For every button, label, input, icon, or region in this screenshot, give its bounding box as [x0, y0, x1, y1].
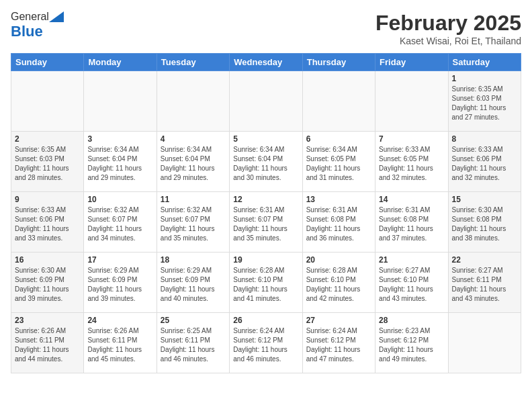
- calendar-week-row: 2Sunrise: 6:35 AM Sunset: 6:03 PM Daylig…: [11, 132, 521, 192]
- day-info: Sunrise: 6:33 AM Sunset: 6:06 PM Dayligh…: [452, 145, 517, 183]
- calendar-table: SundayMondayTuesdayWednesdayThursdayFrid…: [11, 53, 521, 373]
- logo: General Blue: [11, 11, 64, 40]
- calendar-cell: 13Sunrise: 6:31 AM Sunset: 6:08 PM Dayli…: [302, 192, 375, 253]
- calendar-cell: [230, 71, 302, 132]
- day-number: 13: [306, 195, 371, 204]
- calendar-cell: 1Sunrise: 6:35 AM Sunset: 6:03 PM Daylig…: [448, 71, 521, 132]
- day-number: 4: [161, 134, 226, 144]
- weekday-header: Saturday: [448, 54, 521, 71]
- calendar-cell: 14Sunrise: 6:31 AM Sunset: 6:08 PM Dayli…: [375, 192, 448, 253]
- day-info: Sunrise: 6:31 AM Sunset: 6:08 PM Dayligh…: [306, 205, 371, 243]
- day-info: Sunrise: 6:32 AM Sunset: 6:07 PM Dayligh…: [87, 205, 152, 243]
- calendar-cell: 18Sunrise: 6:29 AM Sunset: 6:09 PM Dayli…: [157, 253, 229, 313]
- day-number: 5: [233, 134, 298, 144]
- calendar-cell: 28Sunrise: 6:23 AM Sunset: 6:12 PM Dayli…: [375, 313, 448, 373]
- day-info: Sunrise: 6:34 AM Sunset: 6:05 PM Dayligh…: [306, 145, 371, 183]
- day-number: 25: [161, 316, 226, 325]
- day-info: Sunrise: 6:32 AM Sunset: 6:07 PM Dayligh…: [161, 205, 226, 243]
- day-number: 6: [306, 134, 371, 144]
- day-info: Sunrise: 6:34 AM Sunset: 6:04 PM Dayligh…: [87, 145, 152, 183]
- title-block: February 2025 Kaset Wisai, Roi Et, Thail…: [375, 11, 521, 46]
- day-info: Sunrise: 6:29 AM Sunset: 6:09 PM Dayligh…: [161, 266, 226, 304]
- day-info: Sunrise: 6:26 AM Sunset: 6:11 PM Dayligh…: [15, 326, 80, 364]
- day-number: 8: [452, 134, 517, 144]
- day-info: Sunrise: 6:26 AM Sunset: 6:11 PM Dayligh…: [87, 326, 152, 364]
- calendar-cell: 15Sunrise: 6:30 AM Sunset: 6:08 PM Dayli…: [448, 192, 521, 253]
- day-number: 2: [15, 134, 80, 144]
- day-number: 18: [161, 255, 226, 265]
- day-number: 21: [379, 255, 444, 265]
- calendar-week-row: 9Sunrise: 6:33 AM Sunset: 6:06 PM Daylig…: [11, 192, 521, 253]
- calendar-cell: 5Sunrise: 6:34 AM Sunset: 6:04 PM Daylig…: [230, 132, 302, 192]
- calendar-cell: [157, 71, 229, 132]
- day-number: 17: [87, 255, 152, 265]
- day-info: Sunrise: 6:28 AM Sunset: 6:10 PM Dayligh…: [233, 266, 298, 304]
- day-info: Sunrise: 6:30 AM Sunset: 6:08 PM Dayligh…: [452, 205, 517, 243]
- calendar-cell: 2Sunrise: 6:35 AM Sunset: 6:03 PM Daylig…: [11, 132, 84, 192]
- calendar-week-row: 1Sunrise: 6:35 AM Sunset: 6:03 PM Daylig…: [11, 71, 521, 132]
- day-number: 27: [306, 316, 371, 325]
- logo-blue-text: Blue: [11, 23, 43, 40]
- logo-general-text: General: [11, 11, 49, 23]
- weekday-header: Sunday: [11, 54, 84, 71]
- day-number: 7: [379, 134, 444, 144]
- calendar-cell: 23Sunrise: 6:26 AM Sunset: 6:11 PM Dayli…: [11, 313, 84, 373]
- calendar-cell: 12Sunrise: 6:31 AM Sunset: 6:07 PM Dayli…: [230, 192, 302, 253]
- day-number: 28: [379, 316, 444, 325]
- day-number: 12: [233, 195, 298, 204]
- day-number: 22: [452, 255, 517, 265]
- day-info: Sunrise: 6:27 AM Sunset: 6:11 PM Dayligh…: [452, 266, 517, 304]
- weekday-header: Tuesday: [157, 54, 229, 71]
- day-info: Sunrise: 6:24 AM Sunset: 6:12 PM Dayligh…: [306, 326, 371, 364]
- day-number: 1: [452, 74, 517, 83]
- calendar-cell: 21Sunrise: 6:27 AM Sunset: 6:10 PM Dayli…: [375, 253, 448, 313]
- page-header: General Blue February 2025 Kaset Wisai, …: [11, 11, 521, 46]
- day-number: 24: [87, 316, 152, 325]
- calendar-cell: 9Sunrise: 6:33 AM Sunset: 6:06 PM Daylig…: [11, 192, 84, 253]
- calendar-cell: 7Sunrise: 6:33 AM Sunset: 6:05 PM Daylig…: [375, 132, 448, 192]
- calendar-cell: 11Sunrise: 6:32 AM Sunset: 6:07 PM Dayli…: [157, 192, 229, 253]
- day-info: Sunrise: 6:35 AM Sunset: 6:03 PM Dayligh…: [15, 145, 80, 183]
- day-info: Sunrise: 6:27 AM Sunset: 6:10 PM Dayligh…: [379, 266, 444, 304]
- calendar-cell: 24Sunrise: 6:26 AM Sunset: 6:11 PM Dayli…: [84, 313, 157, 373]
- day-number: 14: [379, 195, 444, 204]
- day-info: Sunrise: 6:25 AM Sunset: 6:11 PM Dayligh…: [161, 326, 226, 364]
- calendar-cell: 25Sunrise: 6:25 AM Sunset: 6:11 PM Dayli…: [157, 313, 229, 373]
- calendar-cell: 27Sunrise: 6:24 AM Sunset: 6:12 PM Dayli…: [302, 313, 375, 373]
- location-text: Kaset Wisai, Roi Et, Thailand: [375, 36, 521, 46]
- day-number: 20: [306, 255, 371, 265]
- calendar-cell: 26Sunrise: 6:24 AM Sunset: 6:12 PM Dayli…: [230, 313, 302, 373]
- calendar-cell: 3Sunrise: 6:34 AM Sunset: 6:04 PM Daylig…: [84, 132, 157, 192]
- calendar-cell: 4Sunrise: 6:34 AM Sunset: 6:04 PM Daylig…: [157, 132, 229, 192]
- calendar-cell: 8Sunrise: 6:33 AM Sunset: 6:06 PM Daylig…: [448, 132, 521, 192]
- weekday-header: Friday: [375, 54, 448, 71]
- day-info: Sunrise: 6:33 AM Sunset: 6:06 PM Dayligh…: [15, 205, 80, 243]
- day-info: Sunrise: 6:24 AM Sunset: 6:12 PM Dayligh…: [233, 326, 298, 364]
- weekday-header: Wednesday: [230, 54, 302, 71]
- day-info: Sunrise: 6:34 AM Sunset: 6:04 PM Dayligh…: [161, 145, 226, 183]
- calendar-cell: 6Sunrise: 6:34 AM Sunset: 6:05 PM Daylig…: [302, 132, 375, 192]
- calendar-cell: [11, 71, 84, 132]
- calendar-cell: 19Sunrise: 6:28 AM Sunset: 6:10 PM Dayli…: [230, 253, 302, 313]
- calendar-cell: 16Sunrise: 6:30 AM Sunset: 6:09 PM Dayli…: [11, 253, 84, 313]
- day-number: 16: [15, 255, 80, 265]
- weekday-header: Thursday: [302, 54, 375, 71]
- day-info: Sunrise: 6:23 AM Sunset: 6:12 PM Dayligh…: [379, 326, 444, 364]
- day-number: 3: [87, 134, 152, 144]
- calendar-header-row: SundayMondayTuesdayWednesdayThursdayFrid…: [11, 54, 521, 71]
- calendar-cell: 10Sunrise: 6:32 AM Sunset: 6:07 PM Dayli…: [84, 192, 157, 253]
- calendar-week-row: 23Sunrise: 6:26 AM Sunset: 6:11 PM Dayli…: [11, 313, 521, 373]
- day-number: 26: [233, 316, 298, 325]
- day-info: Sunrise: 6:29 AM Sunset: 6:09 PM Dayligh…: [87, 266, 152, 304]
- day-info: Sunrise: 6:34 AM Sunset: 6:04 PM Dayligh…: [233, 145, 298, 183]
- svg-marker-0: [49, 11, 64, 22]
- calendar-week-row: 16Sunrise: 6:30 AM Sunset: 6:09 PM Dayli…: [11, 253, 521, 313]
- day-info: Sunrise: 6:31 AM Sunset: 6:08 PM Dayligh…: [379, 205, 444, 243]
- day-number: 19: [233, 255, 298, 265]
- day-number: 23: [15, 316, 80, 325]
- day-number: 9: [15, 195, 80, 204]
- calendar-cell: [448, 313, 521, 373]
- day-number: 11: [161, 195, 226, 204]
- day-info: Sunrise: 6:35 AM Sunset: 6:03 PM Dayligh…: [452, 85, 517, 122]
- day-info: Sunrise: 6:31 AM Sunset: 6:07 PM Dayligh…: [233, 205, 298, 243]
